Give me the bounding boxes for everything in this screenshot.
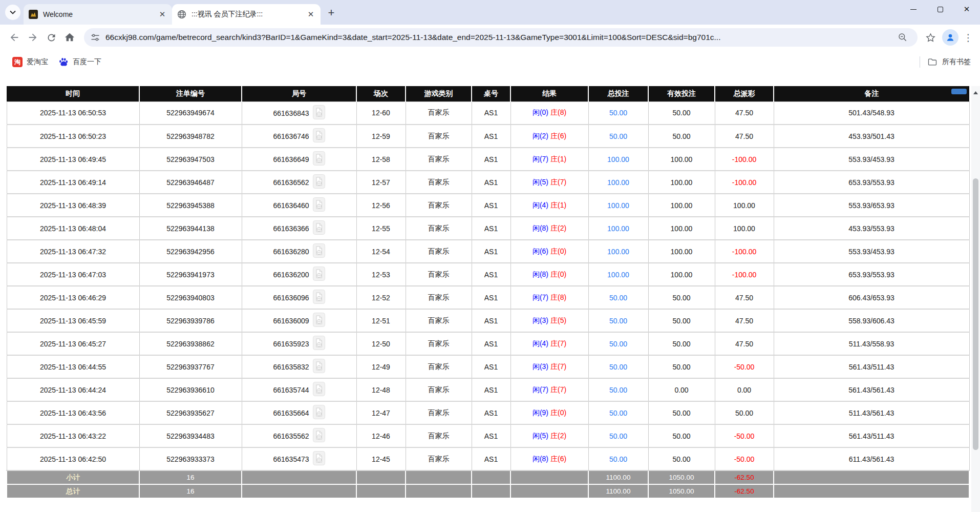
replay-video-icon[interactable] [313, 428, 325, 444]
replay-video-icon[interactable] [313, 243, 325, 259]
replay-video-icon[interactable] [313, 290, 325, 305]
table-row: 2025-11-13 06:43:22522963934483661635562… [7, 424, 969, 447]
tab-bet-records[interactable]: :::视讯 会员下注纪录::: ✕ [172, 4, 321, 25]
scrollbar-thumb[interactable] [973, 178, 978, 450]
total-bet-cell: 100.00 [588, 148, 648, 171]
bookmark-aitaobao[interactable]: 淘 爱淘宝 [7, 55, 53, 69]
address-bar[interactable]: 66cxkj98.com/game/betrecord_search/kind3… [84, 28, 918, 47]
total-bet-link[interactable]: 50.00 [609, 363, 627, 371]
total-bet-link[interactable]: 50.00 [609, 455, 627, 463]
total-bet-link[interactable]: 50.00 [609, 340, 627, 348]
table-no-cell: AS1 [472, 378, 510, 401]
round-cell: 661636280 [242, 240, 356, 263]
round-number: 661636009 [273, 317, 309, 325]
home-button[interactable] [61, 29, 78, 46]
total-bet-cell: 100.00 [588, 171, 648, 194]
remark-cell: 453.93/553.93 [774, 217, 969, 240]
minimize-button[interactable] [900, 0, 927, 18]
result-cell: 闲(8)庄(2) [510, 217, 588, 240]
result-cell: 闲(0)庄(8) [510, 101, 588, 125]
replay-video-icon[interactable] [313, 336, 325, 352]
payout-cell: 0.00 [715, 378, 774, 401]
result-cell: 闲(4)庄(7) [510, 332, 588, 355]
total-bet-link[interactable]: 50.00 [609, 317, 627, 325]
total-bet-link[interactable]: 50.00 [609, 294, 627, 302]
site-privacy-icon [90, 32, 100, 43]
replay-video-icon[interactable] [313, 267, 325, 282]
total-bet-link[interactable]: 50.00 [609, 132, 627, 140]
total-bet-link[interactable]: 100.00 [607, 248, 629, 256]
footer-count: 16 [139, 470, 242, 484]
back-button[interactable] [6, 29, 23, 46]
round-number: 661635832 [273, 363, 309, 371]
round-cell: 661635562 [242, 424, 356, 447]
reload-button[interactable] [42, 29, 60, 46]
replay-video-icon[interactable] [313, 359, 325, 375]
tab-welcome[interactable]: Welcome ✕ [24, 4, 172, 25]
total-bet-link[interactable]: 100.00 [607, 271, 629, 279]
time-cell: 2025-11-13 06:50:23 [7, 125, 139, 148]
reload-icon [46, 32, 57, 43]
page-scrollbar[interactable] [971, 86, 980, 512]
table-no-cell: AS1 [472, 148, 510, 171]
total-bet-link[interactable]: 50.00 [609, 109, 627, 117]
total-bet-link[interactable]: 100.00 [607, 201, 629, 210]
scroll-up-arrow[interactable] [971, 88, 980, 97]
new-tab-button[interactable]: + [324, 5, 339, 21]
replay-video-icon[interactable] [313, 128, 325, 144]
table-row: 2025-11-13 06:44:55522963937767661635832… [7, 355, 969, 378]
round-cell: 661636562 [242, 171, 356, 194]
menu-kebab-button[interactable]: ⋮ [962, 32, 975, 44]
partial-blue-button[interactable] [951, 89, 967, 94]
profile-avatar[interactable] [942, 29, 958, 46]
all-bookmarks-button[interactable]: 所有书签 [927, 57, 973, 67]
total-bet-link[interactable]: 50.00 [609, 432, 627, 440]
replay-video-icon[interactable] [313, 382, 325, 398]
remark-cell: 561.43/511.43 [774, 355, 969, 378]
total-bet-link[interactable]: 50.00 [609, 386, 627, 394]
tab-search-button[interactable] [5, 5, 20, 20]
round-number: 661636096 [273, 294, 309, 302]
replay-video-icon[interactable] [313, 220, 325, 236]
round-cell: 661635664 [242, 401, 356, 424]
person-icon [945, 32, 955, 43]
replay-video-icon[interactable] [313, 174, 325, 190]
zoom-button[interactable] [894, 29, 911, 46]
tab-close-icon[interactable]: ✕ [306, 10, 315, 19]
result-player: 闲(4) [532, 201, 548, 209]
remark-cell: 501.43/548.93 [774, 101, 969, 125]
payout-cell: -100.00 [715, 240, 774, 263]
footer-empty [406, 484, 472, 498]
replay-video-icon[interactable] [313, 151, 325, 167]
bet-id-cell: 522963944138 [139, 217, 242, 240]
home-icon [64, 32, 75, 43]
table-no-cell: AS1 [472, 332, 510, 355]
replay-video-icon[interactable] [313, 313, 325, 329]
tab-close-icon[interactable]: ✕ [158, 10, 167, 19]
footer-count: 16 [139, 484, 242, 498]
replay-video-icon[interactable] [313, 105, 325, 121]
total-bet-link[interactable]: 100.00 [607, 224, 629, 233]
valid-bet-cell: 100.00 [648, 263, 715, 286]
replay-video-icon[interactable] [313, 405, 325, 421]
total-bet-link[interactable]: 100.00 [607, 155, 629, 163]
session-cell: 12-49 [356, 355, 406, 378]
bookmark-star-button[interactable] [922, 29, 939, 46]
footer-payout: -62.50 [715, 470, 774, 484]
remark-cell: 553.93/453.93 [774, 240, 969, 263]
total-bet-link[interactable]: 50.00 [609, 409, 627, 417]
bet-id-cell: 522963934483 [139, 424, 242, 447]
replay-video-icon[interactable] [313, 451, 325, 467]
result-player: 闲(4) [532, 339, 548, 347]
close-button[interactable]: ✕ [953, 0, 980, 18]
table-row: 2025-11-13 06:46:29522963940803661636096… [7, 286, 969, 309]
result-player: 闲(5) [532, 432, 548, 440]
footer-total-bet: 1100.00 [588, 484, 648, 498]
column-header-9: 总派彩 [715, 86, 774, 101]
replay-video-icon[interactable] [313, 197, 325, 213]
total-bet-link[interactable]: 100.00 [607, 178, 629, 187]
table-no-cell: AS1 [472, 194, 510, 217]
forward-button[interactable] [24, 29, 41, 46]
maximize-button[interactable] [927, 0, 953, 18]
bookmark-baidu[interactable]: 百度一下 [53, 55, 106, 69]
